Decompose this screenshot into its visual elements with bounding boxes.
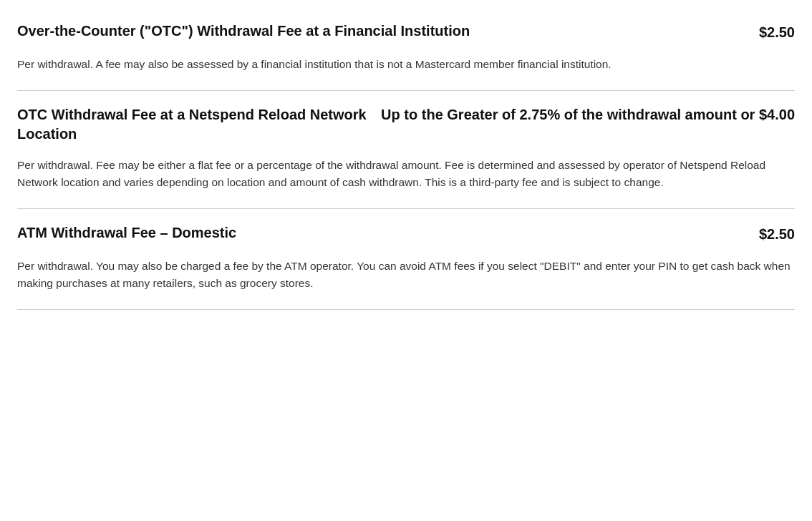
fee-section-otc-financial: Over-the-Counter ("OTC") Withdrawal Fee …	[17, 14, 795, 91]
fee-amount-atm-domestic: $2.50	[759, 223, 795, 245]
fee-amount-otc-netspend: Up to the Greater of 2.75% of the withdr…	[381, 105, 795, 125]
fee-description-otc-netspend: Per withdrawal. Fee may be either a flat…	[17, 157, 795, 191]
fee-title-atm-domestic: ATM Withdrawal Fee – Domestic	[17, 223, 236, 243]
fee-amount-otc-financial: $2.50	[759, 21, 795, 43]
fee-header-otc-financial: Over-the-Counter ("OTC") Withdrawal Fee …	[17, 21, 795, 43]
fee-title-otc-netspend: OTC Withdrawal Fee at a Netspend Reload …	[17, 105, 367, 144]
fee-section-atm-domestic: ATM Withdrawal Fee – Domestic $2.50 Per …	[17, 209, 795, 310]
main-container: Over-the-Counter ("OTC") Withdrawal Fee …	[0, 0, 812, 327]
fee-header-atm-domestic: ATM Withdrawal Fee – Domestic $2.50	[17, 223, 795, 245]
fee-description-otc-financial: Per withdrawal. A fee may also be assess…	[17, 56, 795, 73]
fee-section-otc-netspend: OTC Withdrawal Fee at a Netspend Reload …	[17, 91, 795, 209]
fee-header-otc-netspend: OTC Withdrawal Fee at a Netspend Reload …	[17, 105, 795, 144]
fee-title-otc-financial: Over-the-Counter ("OTC") Withdrawal Fee …	[17, 21, 470, 41]
fee-description-atm-domestic: Per withdrawal. You may also be charged …	[17, 258, 795, 292]
